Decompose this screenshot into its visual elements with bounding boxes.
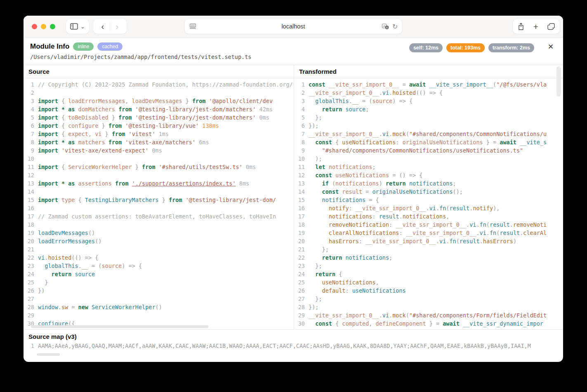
code-line: 15 notifications = { <box>294 196 563 204</box>
code-line: 16 notify: __vite_ssr_import_0__.vi.fn(r… <box>294 204 563 212</box>
line-number: 7 <box>24 130 34 138</box>
line-number: 19 <box>24 229 34 237</box>
sourcemap-line: 1AAMA;AAeA,yBAAG,QAAQ,MAAM;AACf,aAAW,KAA… <box>24 342 563 350</box>
line-number: 2 <box>294 89 305 97</box>
close-icon: ✕ <box>548 42 554 51</box>
translate-icon[interactable]: Ax <box>382 23 389 30</box>
code-line: 9 "#shared/components/CommonNotification… <box>294 146 563 155</box>
sidebar-chevron-button[interactable]: ⌄ <box>80 19 85 34</box>
source-horizontal-scrollbar[interactable] <box>31 325 208 328</box>
browser-window: ⌄ ‹ › localhost Ax ↻ <box>24 16 563 362</box>
browser-toolbar: ⌄ ‹ › localhost Ax ↻ <box>24 16 563 38</box>
line-number: 24 <box>24 270 34 278</box>
line-number: 9 <box>294 146 305 155</box>
code-line: 25 useNotifications, <box>294 278 563 286</box>
line-number: 2 <box>24 89 34 97</box>
code-line: 8import * as matchers from 'vitest-axe/m… <box>24 138 294 146</box>
new-tab-button[interactable]: + <box>533 19 538 34</box>
line-number: 14 <box>24 188 34 196</box>
line-number: 6 <box>24 122 34 130</box>
line-number: 26 <box>24 286 34 295</box>
code-line: 7import { expect, vi } from 'vitest' 1ms <box>24 130 294 138</box>
code-line: 29__vite_ssr_import_0__.vi.mock("#shared… <box>294 311 563 319</box>
code-line: 25 } <box>24 278 294 286</box>
line-number: 1 <box>24 342 34 350</box>
tab-overview-button[interactable] <box>547 19 555 34</box>
line-number: 8 <box>294 138 305 146</box>
inline-badge: inline <box>73 42 94 51</box>
sourcemap-title: Source map (v3) <box>24 330 563 342</box>
tabs-icon <box>547 23 555 30</box>
code-line: 8 const { useNotifications: originalUseN… <box>294 138 563 146</box>
sidebar-toggle-button[interactable] <box>70 19 78 34</box>
code-line: 19loadDevMessages() <box>24 229 294 237</box>
line-number: 16 <box>24 204 34 212</box>
code-line: 11import { ServiceWorkerHelper } from '#… <box>24 163 294 171</box>
code-line: 10 ); <box>294 155 563 163</box>
code-line: 2__vite_ssr_import_0__.vi.hoisted(() => … <box>294 89 563 97</box>
line-number: 11 <box>294 163 305 171</box>
forward-button[interactable]: › <box>110 19 124 34</box>
self-time-badge: self: 12ms <box>409 43 443 52</box>
line-number: 9 <box>24 146 34 155</box>
svg-text:x: x <box>386 26 388 29</box>
source-panel-title: Source <box>24 65 294 78</box>
zoom-window-button[interactable] <box>50 24 55 29</box>
code-line: 19 clearAllNotifications: __vite_ssr_imp… <box>294 229 563 237</box>
reload-icon: ↻ <box>392 23 398 30</box>
line-number: 27 <box>294 295 305 303</box>
line-number: 27 <box>24 295 34 303</box>
nav-button-group: ‹ › <box>93 19 127 34</box>
line-number: 23 <box>24 262 34 270</box>
line-number: 17 <box>24 212 34 221</box>
module-file-path: /Users/vladimir/Projects/zammad/app/fron… <box>30 54 556 60</box>
code-line: 23 }; <box>294 262 563 270</box>
line-number: 25 <box>294 278 305 286</box>
code-line: 27 <box>24 295 294 303</box>
share-icon <box>518 23 524 31</box>
reader-button[interactable] <box>190 19 196 34</box>
transformed-vertical-scrollbar[interactable] <box>556 66 561 96</box>
minimize-window-button[interactable] <box>41 24 46 29</box>
code-line: 1// Copyright (C) 2012-2025 Zammad Found… <box>24 80 294 89</box>
line-number: 21 <box>24 245 34 254</box>
module-info-header: Module Info inline cached self: 12ms tot… <box>24 38 563 65</box>
code-line: 17 notifications: result.notifications, <box>294 212 563 221</box>
sourcemap-section: Source map (v3) 1AAMA;AAeA,yBAAG,QAAQ,MA… <box>24 329 563 357</box>
forward-icon: › <box>116 22 119 31</box>
code-line: 17// Zammad custom assertions: toBeAvata… <box>24 212 294 221</box>
line-number: 5 <box>24 113 34 122</box>
line-number: 5 <box>294 113 305 122</box>
code-line: 24 return source <box>24 270 294 278</box>
code-line: 28}); <box>294 303 563 311</box>
code-line: 12 const useNotifications = () => { <box>294 171 563 179</box>
line-number: 23 <box>294 262 305 270</box>
line-number: 16 <box>294 204 305 212</box>
reload-button[interactable]: ↻ <box>392 23 398 31</box>
line-number: 30 <box>294 319 305 328</box>
code-line: 26 default: useNotifications <box>294 286 563 295</box>
sourcemap-scrollbar[interactable] <box>37 353 60 356</box>
cached-badge: cached <box>97 42 123 51</box>
close-panel-button[interactable]: ✕ <box>547 42 555 51</box>
page-title: Module Info <box>30 42 69 51</box>
code-line: 12 <box>24 171 294 179</box>
code-line: 2 <box>24 89 294 97</box>
code-line: 26}) <box>24 286 294 295</box>
code-line: 13import * as assertions from './support… <box>24 179 294 188</box>
line-number: 22 <box>294 254 305 262</box>
line-number: 8 <box>24 138 34 146</box>
line-number: 10 <box>294 155 305 163</box>
code-line: 30 const { computed, defineComponent } =… <box>294 319 563 328</box>
share-button[interactable] <box>518 19 524 34</box>
line-number: 18 <box>294 221 305 229</box>
line-number: 15 <box>294 196 305 204</box>
transform-time-badge: transform: 2ms <box>488 43 534 52</box>
line-number: 28 <box>24 303 34 311</box>
back-button[interactable]: ‹ <box>96 19 110 34</box>
line-number: 4 <box>294 105 305 113</box>
address-bar[interactable]: localhost Ax ↻ <box>185 19 402 34</box>
close-window-button[interactable] <box>32 24 37 29</box>
code-line: 24 return { <box>294 270 563 278</box>
code-line: 18 removeNotification: __vite_ssr_import… <box>294 221 563 229</box>
